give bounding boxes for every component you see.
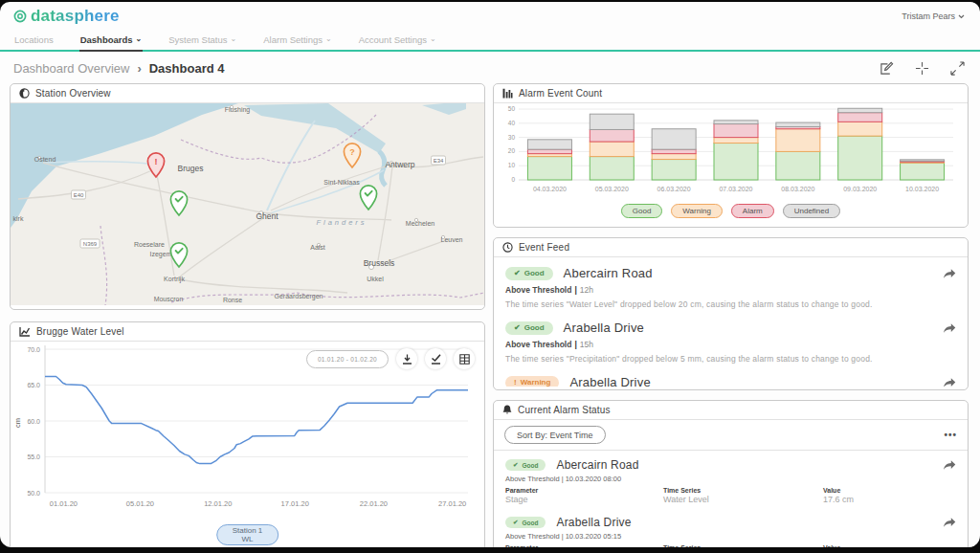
- svg-text:08.03.2020: 08.03.2020: [781, 186, 814, 192]
- bar-segment-alarm[interactable]: [652, 149, 696, 153]
- svg-text:04.03.2020: 04.03.2020: [533, 186, 567, 192]
- exclamation-icon: !: [514, 378, 517, 387]
- status-badge: ✔Good: [505, 321, 553, 335]
- map-label: Mouscron: [154, 296, 184, 302]
- bar-segment-warning[interactable]: [714, 138, 758, 144]
- map-label: Ronse: [223, 297, 242, 303]
- bar-segment-alarm[interactable]: [527, 149, 571, 153]
- nav-item-label: Dashboards: [80, 34, 133, 45]
- check-icon: ✔: [514, 323, 521, 332]
- chevron-down-icon: ⌄: [231, 34, 237, 43]
- current-alarm-panel: Current Alarm Status Sort By: Event Time…: [493, 400, 969, 547]
- bar-segment-warning[interactable]: [776, 129, 820, 152]
- station-overview-header: Station Overview: [11, 84, 484, 103]
- more-options-button[interactable]: •••: [944, 430, 957, 440]
- bell-icon: [502, 405, 512, 415]
- share-arrow-icon[interactable]: [943, 377, 956, 387]
- left-column: Station Overview: [10, 83, 485, 547]
- check-icon: [431, 354, 441, 365]
- nav-item-dashboards[interactable]: Dashboards⌄: [79, 32, 144, 52]
- table-view-button[interactable]: [454, 348, 475, 369]
- user-menu[interactable]: Tristam Pears: [902, 11, 965, 21]
- status-badge: ✔Good: [505, 267, 553, 280]
- bar-segment-warning[interactable]: [838, 122, 882, 136]
- alarm-entry-columns: ParameterPrecipitationTime SeriesPrecipi…: [505, 544, 956, 547]
- column-value: Water Level: [663, 495, 823, 504]
- bar-segment-good[interactable]: [714, 144, 758, 180]
- add-widget-icon[interactable]: [915, 61, 929, 76]
- feed-item-title: Arabella Drive: [569, 375, 650, 387]
- series-legend-pill[interactable]: Station 1 WL: [216, 524, 279, 545]
- bar-segment-undefined[interactable]: [714, 121, 758, 124]
- map-label: Kortrijk: [164, 276, 185, 283]
- alarm-entry-header: ✔GoodArabella Drive: [505, 516, 956, 529]
- question-icon: ?: [349, 147, 355, 157]
- edit-icon[interactable]: [880, 61, 894, 76]
- breadcrumb-parent[interactable]: Dashboard Overview: [13, 61, 129, 76]
- feed-item-title: Abercairn Road: [564, 266, 653, 280]
- sort-by-button[interactable]: Sort By: Event Time: [504, 426, 606, 444]
- bar-segment-undefined[interactable]: [776, 122, 820, 126]
- bar-segment-undefined[interactable]: [590, 114, 634, 129]
- station-map[interactable]: E40N369E34 FlushingOstendkirkBrugesSint-…: [11, 103, 484, 305]
- fullscreen-icon[interactable]: [950, 61, 965, 76]
- bar-segment-good[interactable]: [652, 160, 696, 180]
- top-bar: datasphere Tristam Pears: [0, 2, 980, 28]
- legend-warning[interactable]: Warning: [671, 204, 723, 218]
- nav-item-label: Locations: [14, 34, 54, 45]
- map-label: Antwerp: [385, 160, 414, 169]
- apply-check-button[interactable]: [425, 348, 446, 369]
- bar-segment-good[interactable]: [776, 151, 820, 180]
- svg-text:10.03.2020: 10.03.2020: [905, 186, 939, 192]
- bar-segment-good[interactable]: [590, 157, 634, 180]
- chevron-down-icon: ⌄: [430, 34, 436, 43]
- breadcrumb-separator-icon: ›: [137, 61, 141, 76]
- water-level-header: Brugge Water Level: [11, 322, 484, 342]
- bar-segment-good[interactable]: [901, 163, 945, 180]
- svg-text:E40: E40: [74, 192, 84, 198]
- svg-text:20: 20: [508, 147, 516, 154]
- status-badge-label: Warning: [521, 378, 551, 387]
- alarm-entry-columns: ParameterStageTime SeriesWater LevelValu…: [505, 487, 956, 504]
- current-alarm-header: Current Alarm Status: [494, 401, 968, 420]
- feed-item-meta: Above Threshold|15h: [505, 340, 956, 349]
- bar-segment-alarm[interactable]: [590, 129, 634, 142]
- alarm-col-time_series: Time SeriesWater Level: [663, 487, 823, 504]
- share-arrow-icon[interactable]: [943, 322, 956, 334]
- bar-segment-warning[interactable]: [590, 142, 634, 157]
- svg-text:05.01.20: 05.01.20: [126, 499, 154, 508]
- svg-text:50: 50: [508, 105, 516, 112]
- feed-item: ✔GoodAbercairn RoadAbove Threshold|12hTh…: [494, 257, 968, 312]
- map-label: Izegem: [150, 251, 172, 258]
- bar-segment-undefined[interactable]: [901, 160, 945, 161]
- alarm-entry-meta: Above Threshold | 10.03.2020 08:00: [505, 475, 956, 483]
- logo[interactable]: datasphere: [13, 7, 120, 26]
- nav-item-system-status[interactable]: System Status⌄: [167, 32, 237, 50]
- legend-line-2: WL: [233, 535, 263, 543]
- nav-item-locations[interactable]: Locations: [13, 32, 55, 50]
- bar-segment-alarm[interactable]: [838, 113, 882, 122]
- bar-segment-good[interactable]: [527, 157, 571, 180]
- bar-segment-alarm[interactable]: [714, 124, 758, 138]
- share-arrow-icon[interactable]: [943, 517, 956, 528]
- share-arrow-icon[interactable]: [943, 459, 956, 471]
- nav-item-account-settings[interactable]: Account Settings⌄: [358, 32, 437, 50]
- bar-segment-undefined[interactable]: [527, 140, 571, 149]
- share-arrow-icon[interactable]: [943, 268, 956, 279]
- legend-undefined[interactable]: Undefined: [783, 204, 840, 218]
- bar-segment-warning[interactable]: [652, 154, 696, 160]
- nav-item-alarm-settings[interactable]: Alarm Settings⌄: [262, 32, 332, 50]
- legend-alarm[interactable]: Alarm: [731, 204, 774, 218]
- bar-segment-undefined[interactable]: [838, 108, 882, 112]
- date-range-button[interactable]: 01.01.20 - 01.02.20: [306, 350, 389, 368]
- svg-text:40: 40: [508, 120, 516, 126]
- alarm-entry-header: ✔GoodAbercairn Road: [505, 458, 956, 472]
- bar-segment-good[interactable]: [838, 136, 882, 180]
- map-label: Brussels: [364, 258, 395, 268]
- map-label: Roeselare: [134, 241, 165, 248]
- check-icon: ✔: [513, 461, 518, 469]
- legend-good[interactable]: Good: [621, 204, 663, 218]
- status-badge: !Warning: [505, 376, 559, 387]
- bar-segment-undefined[interactable]: [652, 129, 696, 149]
- download-button[interactable]: [396, 348, 417, 369]
